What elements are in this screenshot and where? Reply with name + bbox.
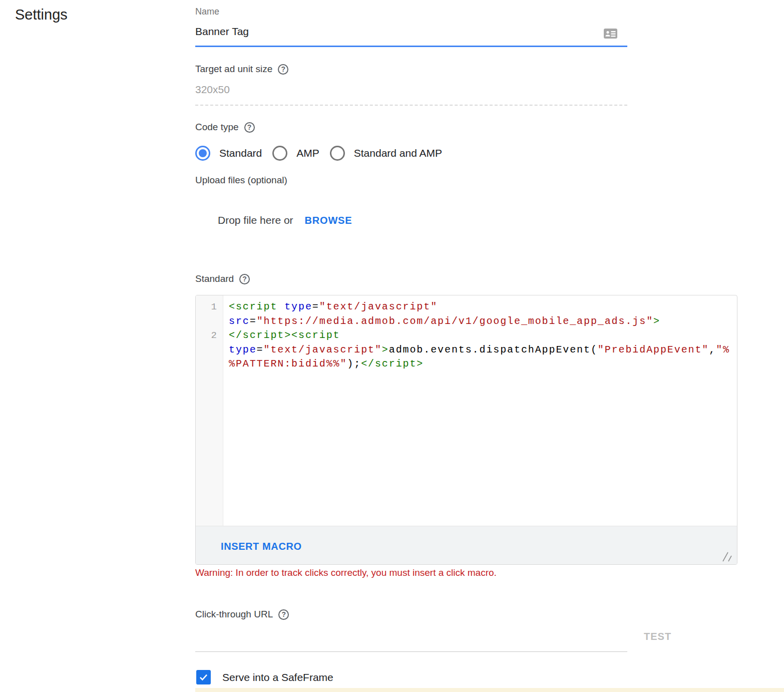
name-label: Name: [195, 7, 219, 17]
test-button[interactable]: TEST: [644, 631, 671, 642]
drop-file-text: Drop file here or: [218, 214, 293, 226]
code-line[interactable]: 1<script type="text/javascript" src="htt…: [196, 300, 737, 328]
code-type-radio-group: StandardAMPStandard and AMP: [195, 146, 453, 161]
line-number: 2: [196, 328, 217, 343]
target-ad-unit-size-value: 320x50: [195, 84, 230, 96]
radio-label: AMP: [296, 147, 319, 159]
radio-icon[interactable]: [272, 146, 287, 161]
insert-macro-button[interactable]: INSERT MACRO: [221, 541, 302, 552]
safeframe-option: Serve into a SafeFrame: [196, 670, 333, 684]
line-number: 1: [196, 300, 217, 314]
click-through-url-input[interactable]: [195, 627, 627, 652]
notice-bar: [195, 688, 784, 692]
code-editor-footer: INSERT MACRO: [196, 526, 737, 565]
checkmark-icon: [198, 672, 209, 682]
code-editor: 1<script type="text/javascript" src="htt…: [195, 295, 737, 565]
radio-label: Standard and AMP: [354, 147, 442, 159]
code-type-label: Code type ?: [195, 122, 255, 133]
safeframe-label: Serve into a SafeFrame: [222, 671, 333, 683]
radio-icon[interactable]: [330, 146, 345, 161]
standard-code-label: Standard ?: [195, 273, 250, 284]
radio-option-standard[interactable]: Standard: [195, 146, 262, 161]
upload-files-label: Upload files (optional): [195, 175, 287, 186]
code-editor-body[interactable]: 1<script type="text/javascript" src="htt…: [196, 295, 737, 526]
radio-icon[interactable]: [195, 146, 210, 161]
help-icon[interactable]: ?: [239, 274, 250, 284]
code-editor-content[interactable]: 1<script type="text/javascript" src="htt…: [196, 295, 737, 372]
click-macro-warning: Warning: In order to track clicks correc…: [195, 567, 497, 578]
code-text: </script><script type="text/javascript">…: [229, 328, 731, 372]
code-text: <script type="text/javascript" src="http…: [229, 300, 731, 328]
contact-card-icon[interactable]: [604, 28, 617, 39]
browse-button[interactable]: BROWSE: [305, 215, 352, 226]
safeframe-checkbox[interactable]: [196, 670, 211, 684]
help-icon[interactable]: ?: [278, 609, 289, 620]
name-input[interactable]: Banner Tag: [195, 26, 249, 38]
help-icon[interactable]: ?: [278, 64, 288, 75]
code-line[interactable]: 2</script><script type="text/javascript"…: [196, 328, 737, 372]
help-icon[interactable]: ?: [244, 122, 255, 133]
name-focus-underline: [195, 46, 627, 47]
radio-option-standard-and-amp[interactable]: Standard and AMP: [330, 146, 442, 161]
click-through-url-label: Click-through URL ?: [195, 609, 289, 620]
target-ad-unit-size-label: Target ad unit size ?: [195, 64, 288, 75]
file-drop-zone[interactable]: Drop file here or BROWSE: [218, 214, 352, 226]
disabled-field-underline: [195, 105, 627, 106]
settings-page: Settings Name Banner Tag Target ad unit …: [0, 0, 784, 692]
radio-label: Standard: [219, 147, 262, 159]
page-title: Settings: [15, 6, 68, 23]
click-through-url-underline: [195, 651, 627, 652]
resize-handle-icon[interactable]: [721, 551, 732, 562]
radio-option-amp[interactable]: AMP: [272, 146, 319, 161]
